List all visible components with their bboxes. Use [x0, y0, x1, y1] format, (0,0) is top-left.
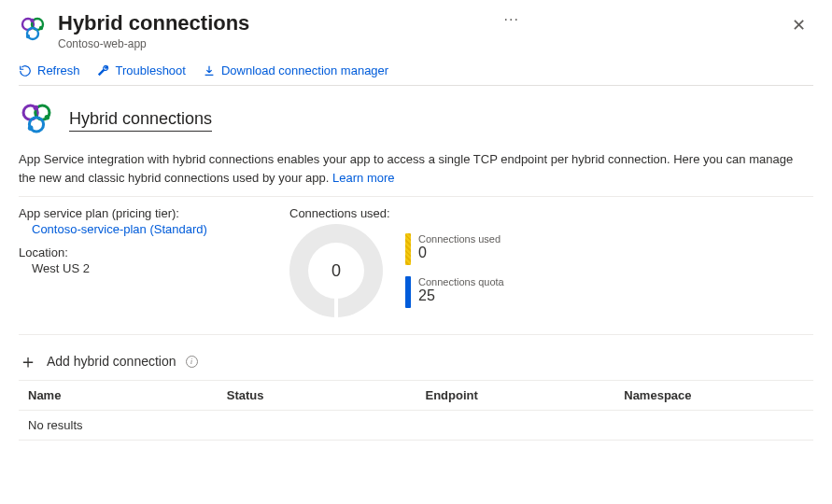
divider [19, 196, 813, 197]
wrench-icon [97, 64, 110, 77]
page-subtitle: Contoso-web-app [58, 37, 487, 50]
svg-point-9 [34, 105, 39, 111]
hybrid-connections-icon [19, 101, 54, 139]
troubleshoot-button[interactable]: Troubleshoot [97, 63, 186, 77]
svg-point-10 [45, 115, 50, 120]
connections-label: Connections used: [289, 206, 504, 220]
section-header: Hybrid connections [19, 101, 813, 139]
svg-point-5 [26, 35, 30, 38]
plan-label: App service plan (pricing tier): [19, 206, 252, 220]
location-value: West US 2 [32, 261, 90, 275]
col-name[interactable]: Name [19, 381, 218, 411]
col-endpoint[interactable]: Endpoint [416, 381, 615, 411]
plan-link[interactable]: Contoso-service-plan (Standard) [32, 222, 207, 236]
table-row: No results [19, 411, 813, 441]
donut-value: 0 [331, 261, 341, 281]
quota-swatch [405, 276, 411, 308]
learn-more-link[interactable]: Learn more [332, 171, 394, 185]
page-title: Hybrid connections [58, 11, 487, 35]
svg-point-4 [39, 26, 43, 30]
download-label: Download connection manager [221, 63, 388, 77]
table-header-row: Name Status Endpoint Namespace [19, 381, 813, 411]
download-button[interactable]: Download connection manager [203, 63, 388, 77]
close-button[interactable]: ✕ [784, 11, 813, 39]
plus-icon: ＋ [19, 352, 37, 371]
used-swatch [405, 233, 411, 265]
command-bar: Refresh Troubleshoot Download connection… [19, 63, 813, 77]
troubleshoot-label: Troubleshoot [116, 63, 186, 77]
more-actions-button[interactable]: ··· [499, 11, 525, 28]
used-value: 0 [418, 245, 501, 261]
refresh-label: Refresh [37, 63, 80, 77]
quota-value: 25 [418, 287, 504, 304]
svg-point-11 [28, 125, 34, 131]
add-label: Add hybrid connection [47, 354, 176, 369]
info-icon[interactable]: i [186, 356, 198, 368]
refresh-icon [19, 64, 32, 77]
quota-label: Connections quota [418, 276, 504, 287]
divider [19, 85, 813, 86]
connections-donut: 0 [289, 224, 383, 317]
divider [19, 334, 813, 335]
used-label: Connections used [418, 233, 501, 245]
add-hybrid-connection-button[interactable]: ＋ Add hybrid connection i [19, 352, 198, 371]
download-icon [203, 64, 216, 77]
blade-header: Hybrid connections Contoso-web-app ··· ✕ [19, 11, 813, 50]
empty-message: No results [19, 411, 813, 441]
hybrid-connections-icon [19, 15, 47, 46]
section-description: App Service integration with hybrid conn… [19, 150, 803, 187]
col-status[interactable]: Status [218, 381, 416, 411]
refresh-button[interactable]: Refresh [19, 63, 80, 77]
svg-point-3 [30, 19, 34, 22]
section-title: Hybrid connections [69, 109, 212, 132]
col-namespace[interactable]: Namespace [614, 381, 813, 411]
location-label: Location: [19, 245, 252, 259]
connections-legend: Connections used 0 Connections quota 25 [405, 233, 504, 308]
connections-table: Name Status Endpoint Namespace No result… [19, 380, 813, 441]
